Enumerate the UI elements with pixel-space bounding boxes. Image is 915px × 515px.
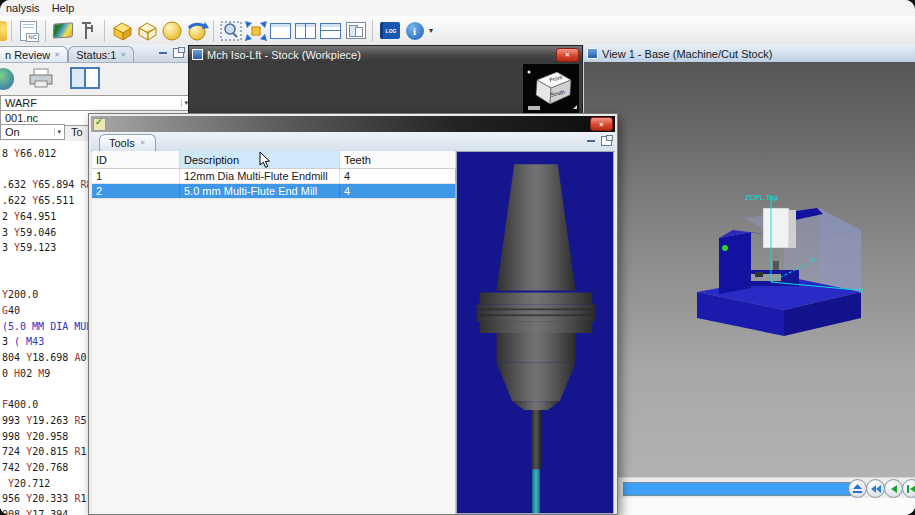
- tab-tools[interactable]: Tools ✕: [99, 134, 156, 151]
- table-row[interactable]: 25.0 mm Multi-Flute End Mill4: [92, 184, 455, 199]
- tools-dialog-tabstrip: Tools ✕: [91, 132, 615, 152]
- tools-dialog-icon: [93, 118, 106, 131]
- split-vertical-icon[interactable]: [293, 18, 318, 43]
- rotate-view-icon[interactable]: [184, 18, 209, 43]
- tools-table: ID Description Teeth 112mm Dia Multi-Flu…: [92, 151, 456, 514]
- close-icon[interactable]: ✕: [140, 139, 146, 147]
- close-icon[interactable]: ✕: [120, 51, 126, 58]
- toolbar-separator: [213, 20, 214, 42]
- float-window-icon[interactable]: [173, 48, 184, 58]
- minimize-icon[interactable]: [159, 52, 167, 54]
- toolbar-dropdown-caret[interactable]: ▾: [429, 26, 433, 35]
- info-icon[interactable]: i: [402, 18, 427, 43]
- tab-review[interactable]: n Review ✕: [0, 46, 68, 62]
- caliper-measure-icon[interactable]: [75, 18, 100, 43]
- tool-3d-preview[interactable]: [456, 151, 614, 514]
- chevron-down-icon: ▾: [54, 128, 63, 136]
- tools-table-header: ID Description Teeth: [92, 151, 455, 169]
- toolbar-separator: [104, 20, 105, 42]
- step-back-button[interactable]: [884, 479, 903, 498]
- split-horizontal-icon[interactable]: [318, 18, 343, 43]
- toolbar-separator: [11, 20, 12, 42]
- float-window-icon[interactable]: [601, 136, 612, 146]
- tools-dialog-titlebar[interactable]: [91, 116, 615, 132]
- eject-button[interactable]: [848, 479, 867, 498]
- rewind-button[interactable]: [866, 479, 885, 498]
- fit-view-icon[interactable]: [243, 18, 268, 43]
- svg-text:ZCPL Top: ZCPL Top: [745, 193, 778, 202]
- tab-status[interactable]: Status:1 ✕: [68, 46, 134, 62]
- cell-teeth[interactable]: 4: [340, 184, 456, 198]
- tools-table-body: 112mm Dia Multi-Flute Endmill425.0 mm Mu…: [92, 169, 455, 199]
- column-header-id[interactable]: ID: [92, 151, 180, 168]
- nc-file-icon[interactable]: NC: [16, 18, 41, 43]
- print-icon[interactable]: [28, 66, 56, 92]
- wire-cube-icon[interactable]: [134, 18, 159, 43]
- left-panel-toolbar: [0, 65, 188, 93]
- toolbar-separator: [45, 20, 46, 42]
- table-row[interactable]: 112mm Dia Multi-Flute Endmill4: [92, 169, 455, 184]
- close-button[interactable]: [556, 48, 579, 62]
- sphere-icon[interactable]: [159, 18, 184, 43]
- cnc-machine-model: ZCPL Top -Y X: [689, 190, 874, 345]
- mouse-cursor: [259, 151, 271, 169]
- svg-text:X: X: [859, 286, 864, 295]
- skip-to-start-button[interactable]: [902, 479, 915, 498]
- column-header-teeth[interactable]: Teeth: [340, 151, 456, 168]
- cell-description[interactable]: 5.0 mm Multi-Flute End Mill: [180, 184, 340, 198]
- stock-window-title: Mch Iso-Lft - Stock (Workpiece): [207, 49, 361, 61]
- machine-view-titlebar[interactable]: View 1 - Base (Machine/Cut Stock): [584, 45, 915, 63]
- close-icon[interactable]: ✕: [54, 51, 60, 58]
- window-icon: [587, 48, 598, 59]
- playback-bar: [584, 477, 915, 515]
- menu-help[interactable]: Help: [52, 2, 75, 14]
- machine-3d-view[interactable]: ZCPL Top -Y X: [584, 62, 915, 478]
- cell-description[interactable]: 12mm Dia Multi-Flute Endmill: [180, 169, 340, 183]
- menu-bar: nalysis Help: [0, 0, 915, 17]
- svg-text:-Y: -Y: [809, 255, 817, 264]
- solid-cube-icon[interactable]: [109, 18, 134, 43]
- toolbar-separator: [372, 20, 373, 42]
- on-combo[interactable]: On ▾: [0, 124, 65, 140]
- tool-label: To: [71, 126, 83, 138]
- cell-teeth[interactable]: 4: [340, 169, 456, 183]
- split-view-icon[interactable]: [70, 67, 100, 91]
- simulation-progress-slider[interactable]: [623, 482, 851, 496]
- machine-view-title: View 1 - Base (Machine/Cut Stock): [602, 48, 772, 60]
- view-cube[interactable]: Front South: [523, 64, 579, 113]
- machine-view-window: View 1 - Base (Machine/Cut Stock): [583, 45, 915, 515]
- tools-dialog: Tools ✕ ID Description Teeth 112mm Dia M…: [88, 113, 618, 515]
- cell-id[interactable]: 1: [92, 169, 180, 183]
- cam-file-icon[interactable]: [50, 18, 75, 43]
- window-icon: [192, 49, 203, 60]
- stock-window-titlebar[interactable]: Mch Iso-Lft - Stock (Workpiece): [189, 46, 582, 63]
- globe-icon[interactable]: [0, 68, 14, 90]
- clipped-tool-icon[interactable]: [0, 21, 7, 41]
- single-pane-icon[interactable]: [268, 18, 293, 43]
- window-layout-icon[interactable]: [343, 18, 368, 43]
- zoom-window-icon[interactable]: [218, 18, 243, 43]
- minimize-icon[interactable]: [587, 140, 595, 142]
- menu-analysis[interactable]: nalysis: [6, 2, 40, 14]
- main-toolbar: NC: [0, 16, 915, 46]
- log-icon[interactable]: LOG: [377, 18, 402, 43]
- close-button[interactable]: [590, 117, 613, 131]
- tools-dialog-body: ID Description Teeth 112mm Dia Multi-Flu…: [92, 151, 614, 514]
- swarf-combo[interactable]: WARF ▾: [0, 95, 192, 111]
- app-window: nalysis Help NC: [0, 0, 915, 515]
- cell-id[interactable]: 2: [92, 184, 180, 198]
- left-tabstrip: n Review ✕ Status:1 ✕: [0, 45, 188, 63]
